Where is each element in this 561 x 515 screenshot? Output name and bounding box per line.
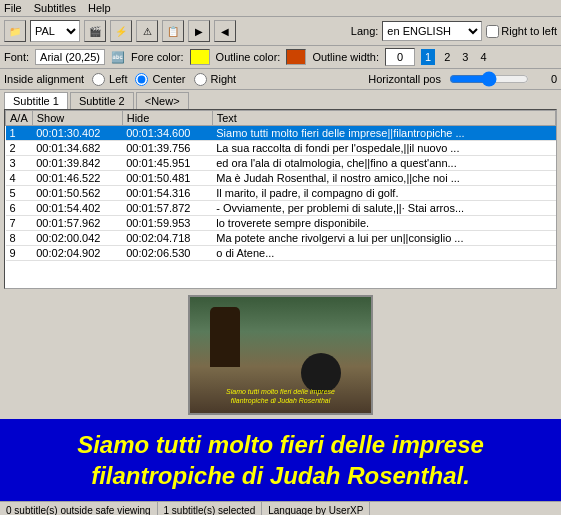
toolbar-btn-3[interactable]: ⚡ bbox=[110, 20, 132, 42]
toolbar-btn-4[interactable]: ⚠ bbox=[136, 20, 158, 42]
hpos-slider[interactable] bbox=[449, 71, 529, 87]
tab-new[interactable]: <New> bbox=[136, 92, 189, 109]
radio-left: Left bbox=[92, 73, 127, 86]
cell-text: Ma è Judah Rosenthal, il nostro amico,||… bbox=[212, 171, 555, 186]
cell-show: 00:01:46.522 bbox=[32, 171, 122, 186]
cell-hide: 00:01:50.481 bbox=[122, 171, 212, 186]
tabs-row: Subtitle 1 Subtitle 2 <New> bbox=[0, 90, 561, 109]
toolbar: 📁 PAL 🎬 ⚡ ⚠ 📋 ▶ ◀ Lang: en ENGLISH Right… bbox=[0, 17, 561, 46]
cell-num: 1 bbox=[6, 126, 33, 141]
outline-num-3[interactable]: 3 bbox=[459, 50, 471, 64]
toolbar-btn-6[interactable]: ▶ bbox=[188, 20, 210, 42]
video-overlay-line1: Siamo tutti molto fieri delle imprese bbox=[190, 388, 371, 396]
radio-left-label: Left bbox=[109, 73, 127, 85]
table-row[interactable]: 8 00:02:00.042 00:02:04.718 Ma potete an… bbox=[6, 231, 556, 246]
rtl-option: Right to left bbox=[486, 25, 557, 38]
cell-show: 00:01:30.402 bbox=[32, 126, 122, 141]
cell-hide: 00:01:39.756 bbox=[122, 141, 212, 156]
table-row[interactable]: 7 00:01:57.962 00:01:59.953 lo troverete… bbox=[6, 216, 556, 231]
fore-label: Fore color: bbox=[131, 51, 184, 63]
radio-center: Center bbox=[135, 73, 185, 86]
col-header-text: Text bbox=[212, 111, 555, 126]
outline-num-1[interactable]: 1 bbox=[421, 49, 435, 65]
cell-num: 2 bbox=[6, 141, 33, 156]
status-selected: 1 subtitle(s) selected bbox=[158, 502, 263, 515]
col-header-aa: A/A bbox=[6, 111, 33, 126]
cell-show: 00:01:50.562 bbox=[32, 186, 122, 201]
table-row[interactable]: 5 00:01:50.562 00:01:54.316 Il marito, i… bbox=[6, 186, 556, 201]
cell-hide: 00:02:06.530 bbox=[122, 246, 212, 261]
lang-select[interactable]: en ENGLISH bbox=[382, 21, 482, 41]
subtitle-display: Siamo tutti molto fieri delle imprese fi… bbox=[0, 419, 561, 501]
cell-num: 9 bbox=[6, 246, 33, 261]
cell-hide: 00:01:59.953 bbox=[122, 216, 212, 231]
subtitle-table: A/A Show Hide Text 1 00:01:30.402 00:01:… bbox=[5, 110, 556, 261]
cell-text: Siamo tutti molto fieri delle imprese||f… bbox=[212, 126, 555, 141]
cell-text: - Ovviamente, per problemi di salute,||·… bbox=[212, 201, 555, 216]
table-row[interactable]: 6 00:01:54.402 00:01:57.872 - Ovviamente… bbox=[6, 201, 556, 216]
cell-num: 5 bbox=[6, 186, 33, 201]
toolbar-btn-5[interactable]: 📋 bbox=[162, 20, 184, 42]
outline-label: Outline color: bbox=[216, 51, 281, 63]
rtl-checkbox[interactable] bbox=[486, 25, 499, 38]
cell-show: 00:02:00.042 bbox=[32, 231, 122, 246]
subtitle-table-container: A/A Show Hide Text 1 00:01:30.402 00:01:… bbox=[4, 109, 557, 289]
outline-num-4[interactable]: 4 bbox=[477, 50, 489, 64]
cell-hide: 00:01:34.600 bbox=[122, 126, 212, 141]
font-row: Font: Arial (20,25) 🔤 Fore color: Outlin… bbox=[0, 46, 561, 69]
menubar: File Subtitles Help bbox=[0, 0, 561, 17]
tab-subtitle-2[interactable]: Subtitle 2 bbox=[70, 92, 134, 109]
table-row[interactable]: 2 00:01:34.682 00:01:39.756 La sua racco… bbox=[6, 141, 556, 156]
lang-label: Lang: bbox=[351, 25, 379, 37]
statusbar: 0 subtitle(s) outside safe viewing 1 sub… bbox=[0, 501, 561, 515]
cell-hide: 00:01:54.316 bbox=[122, 186, 212, 201]
outline-width-label: Outline width: bbox=[312, 51, 379, 63]
cell-text: o di Atene... bbox=[212, 246, 555, 261]
cell-text: Il marito, il padre, il compagno di golf… bbox=[212, 186, 555, 201]
toolbar-btn-2[interactable]: 🎬 bbox=[84, 20, 106, 42]
align-row: Inside alignment Left Center Right Horiz… bbox=[0, 69, 561, 90]
tab-subtitle-1[interactable]: Subtitle 1 bbox=[4, 92, 68, 109]
cell-show: 00:02:04.902 bbox=[32, 246, 122, 261]
radio-left-input[interactable] bbox=[92, 73, 105, 86]
outline-width-input[interactable] bbox=[385, 48, 415, 66]
radio-center-input[interactable] bbox=[135, 73, 148, 86]
cell-num: 8 bbox=[6, 231, 33, 246]
radio-right: Right bbox=[194, 73, 237, 86]
pal-select[interactable]: PAL bbox=[30, 20, 80, 42]
outline-num-2[interactable]: 2 bbox=[441, 50, 453, 64]
fore-color-box[interactable] bbox=[190, 49, 210, 65]
col-header-hide: Hide bbox=[122, 111, 212, 126]
cell-text: Ma potete anche rivolgervi a lui per un|… bbox=[212, 231, 555, 246]
menu-file[interactable]: File bbox=[4, 2, 22, 14]
radio-right-input[interactable] bbox=[194, 73, 207, 86]
table-row[interactable]: 1 00:01:30.402 00:01:34.600 Siamo tutti … bbox=[6, 126, 556, 141]
outline-color-box[interactable] bbox=[286, 49, 306, 65]
cell-hide: 00:01:57.872 bbox=[122, 201, 212, 216]
menu-help[interactable]: Help bbox=[88, 2, 111, 14]
table-row[interactable]: 4 00:01:46.522 00:01:50.481 Ma è Judah R… bbox=[6, 171, 556, 186]
cell-text: lo troverete sempre disponibile. bbox=[212, 216, 555, 231]
cell-hide: 00:02:04.718 bbox=[122, 231, 212, 246]
subtitle-line1: Siamo tutti molto fieri delle imprese bbox=[20, 429, 541, 460]
radio-center-label: Center bbox=[152, 73, 185, 85]
rtl-label: Right to left bbox=[501, 25, 557, 37]
font-value[interactable]: Arial (20,25) bbox=[35, 49, 105, 65]
cell-hide: 00:01:45.951 bbox=[122, 156, 212, 171]
cell-show: 00:01:57.962 bbox=[32, 216, 122, 231]
status-language: Language by UserXP bbox=[262, 502, 370, 515]
video-frame: Siamo tutti molto fieri delle imprese fi… bbox=[188, 295, 373, 415]
video-area: Siamo tutti molto fieri delle imprese fi… bbox=[0, 289, 561, 419]
font-icon: 🔤 bbox=[111, 51, 125, 64]
toolbar-btn-1[interactable]: 📁 bbox=[4, 20, 26, 42]
menu-subtitles[interactable]: Subtitles bbox=[34, 2, 76, 14]
cell-show: 00:01:39.842 bbox=[32, 156, 122, 171]
status-safe-viewing: 0 subtitle(s) outside safe viewing bbox=[0, 502, 158, 515]
col-header-show: Show bbox=[32, 111, 122, 126]
toolbar-btn-7[interactable]: ◀ bbox=[214, 20, 236, 42]
table-row[interactable]: 9 00:02:04.902 00:02:06.530 o di Atene..… bbox=[6, 246, 556, 261]
subtitle-line2: filantropiche di Judah Rosenthal. bbox=[20, 460, 541, 491]
table-row[interactable]: 3 00:01:39.842 00:01:45.951 ed ora l'ala… bbox=[6, 156, 556, 171]
cell-show: 00:01:34.682 bbox=[32, 141, 122, 156]
video-subtitle-overlay: Siamo tutti molto fieri delle imprese fi… bbox=[190, 388, 371, 405]
